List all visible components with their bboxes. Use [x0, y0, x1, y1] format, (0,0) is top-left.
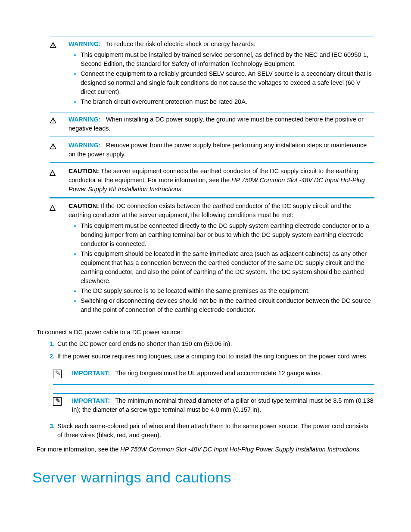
warning-icon: ⚠ [50, 40, 68, 107]
important-block: IMPORTANT: The ring tongues must be UL a… [53, 366, 374, 384]
list-item: The branch circuit overcurrent protectio… [81, 97, 374, 106]
list-item: This equipment must be connected directl… [81, 221, 374, 249]
list-item: The DC supply source is to be located wi… [81, 286, 374, 296]
notice-body: IMPORTANT: The ring tongues must be UL a… [72, 369, 322, 380]
warning-icon: ⚠ [50, 141, 68, 159]
important-block: IMPORTANT: The minimum nominal thread di… [53, 393, 374, 418]
list-item: This equipment must be installed by trai… [81, 50, 374, 68]
notice-label: IMPORTANT: [72, 397, 110, 404]
notice-body: WARNING: To reduce the risk of electric … [68, 40, 374, 107]
important-icon [53, 369, 72, 380]
steps-list: Cut the DC power cord ends no shorter th… [37, 339, 374, 439]
notice-text: The ring tongues must be UL approved and… [115, 370, 322, 376]
warning-block: ⚠ WARNING: Remove power from the power s… [50, 138, 374, 163]
notice-intro: If the DC connection exists between the … [68, 202, 352, 218]
caution-icon: △ [50, 202, 68, 315]
notice-body: CAUTION: The server equipment connects t… [68, 167, 374, 194]
more-info-pre: For more information, see the [37, 446, 120, 453]
notice-body: IMPORTANT: The minimum nominal thread di… [72, 396, 374, 414]
notice-list: This equipment must be installed by trai… [68, 50, 374, 106]
notice-body: WARNING: When installing a DC power supp… [68, 115, 374, 133]
step-text: Cut the DC power cord ends no shorter th… [57, 340, 232, 347]
caution-block: △ CAUTION: If the DC connection exists b… [50, 199, 374, 319]
caution-icon: △ [50, 167, 68, 194]
notice-intro: To reduce the risk of electric shock or … [106, 40, 255, 47]
step-item: If the power source requires ring tongue… [56, 352, 374, 418]
notice-label: IMPORTANT: [72, 370, 110, 376]
notice-text: Remove power from the power supply befor… [68, 142, 367, 158]
step-text: If the power source requires ring tongue… [57, 353, 368, 360]
notice-label: WARNING: [68, 116, 101, 123]
list-item: Connect the equipment to a reliably grou… [81, 69, 374, 96]
step-item: Stack each same-colored pair of wires an… [56, 422, 374, 440]
step-item: Cut the DC power cord ends no shorter th… [56, 339, 374, 348]
more-info-italic: HP 750W Common Slot -48V DC Input Hot-Pl… [120, 446, 361, 453]
notice-body: CAUTION: If the DC connection exists bet… [68, 202, 374, 315]
list-item: This equipment should be located in the … [81, 249, 374, 286]
notice-list: This equipment must be connected directl… [68, 221, 374, 314]
notice-label: CAUTION: [68, 202, 99, 209]
notice-label: CAUTION: [68, 168, 99, 174]
notice-label: WARNING: [68, 40, 101, 47]
warning-block: ⚠ WARNING: To reduce the risk of electri… [50, 37, 374, 111]
steps-intro: To connect a DC power cable to a DC powe… [37, 328, 374, 337]
step-text: Stack each same-colored pair of wires an… [57, 423, 368, 439]
notice-body: WARNING: Remove power from the power sup… [68, 141, 374, 159]
section-heading: Server warnings and cautions [32, 467, 374, 488]
notice-text: The minimum nominal thread diameter of a… [72, 397, 374, 413]
notice-label: WARNING: [68, 142, 101, 149]
warning-block: ⚠ WARNING: When installing a DC power su… [50, 112, 374, 137]
important-icon [53, 396, 72, 414]
warning-icon: ⚠ [50, 115, 68, 133]
list-item: Switching or disconnecting devices shoul… [81, 296, 374, 314]
more-info: For more information, see the HP 750W Co… [37, 445, 374, 454]
caution-block: △ CAUTION: The server equipment connects… [50, 164, 374, 198]
notice-text: When installing a DC power supply, the g… [68, 116, 364, 132]
